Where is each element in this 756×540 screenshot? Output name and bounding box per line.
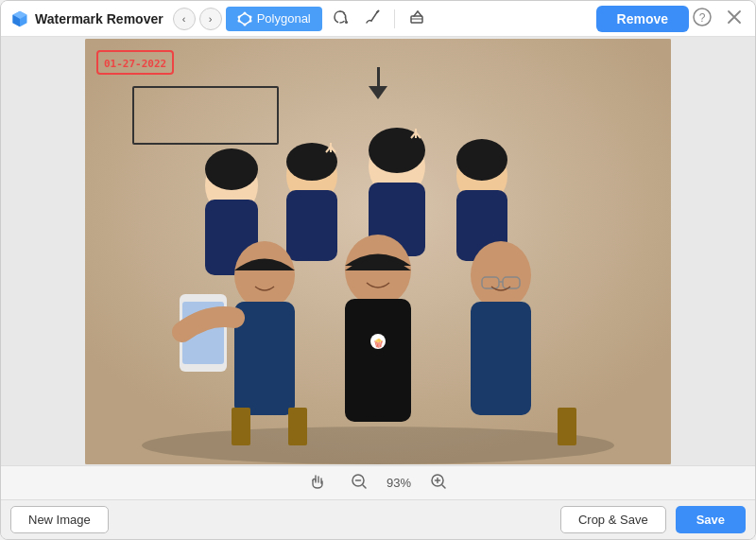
svg-point-32: [471, 241, 531, 309]
help-button[interactable]: ?: [689, 4, 715, 34]
footer-right-actions: Crop & Save Save: [560, 506, 746, 533]
erase-icon: [408, 9, 425, 26]
hand-icon: [309, 473, 326, 490]
svg-point-2: [249, 15, 251, 18]
svg-point-1: [243, 11, 246, 14]
hand-tool-button[interactable]: [303, 471, 332, 496]
nav-back-button[interactable]: ‹: [173, 8, 196, 30]
svg-point-4: [243, 23, 246, 26]
selection-rectangle: [132, 86, 279, 145]
zoom-in-button[interactable]: [424, 471, 453, 496]
arrow-head: [369, 86, 387, 99]
zoom-out-icon: [351, 473, 368, 490]
toolbar: Polygonal: [226, 5, 589, 33]
photo-background: 🍿 01-27-2022: [85, 39, 671, 464]
direction-arrow-icon: [369, 67, 387, 99]
main-canvas-area: 🍿 01-27-2022: [1, 37, 755, 465]
svg-point-26: [234, 241, 295, 309]
app-logo-icon: [10, 9, 29, 28]
svg-rect-18: [286, 190, 337, 261]
polygonal-icon: [237, 11, 252, 26]
watermark-box: 01-27-2022: [96, 50, 174, 75]
svg-rect-33: [471, 302, 531, 415]
zoom-level: 93%: [387, 476, 411, 490]
svg-rect-42: [232, 408, 250, 445]
svg-point-5: [237, 19, 240, 22]
svg-point-3: [249, 19, 251, 22]
save-button[interactable]: Save: [676, 506, 746, 533]
lasso-tool-button[interactable]: [326, 5, 354, 33]
lasso-icon: [332, 9, 349, 26]
polygonal-tool-button[interactable]: Polygonal: [226, 7, 322, 31]
title-bar: Watermark Remover ‹ › Polygonal: [1, 1, 755, 37]
svg-point-13: [142, 427, 614, 464]
svg-point-16: [205, 148, 258, 190]
footer-bar: New Image Crop & Save Save: [1, 499, 755, 539]
brush-icon: [364, 9, 381, 26]
nav-forward-button[interactable]: ›: [199, 8, 222, 30]
polygonal-label: Polygonal: [257, 11, 311, 26]
svg-rect-44: [558, 408, 576, 445]
app-title: Watermark Remover: [35, 11, 163, 26]
svg-rect-43: [288, 408, 307, 445]
svg-text:🍿: 🍿: [373, 338, 385, 349]
watermark-text: 01-27-2022: [104, 58, 166, 70]
remove-button[interactable]: Remove: [596, 6, 689, 32]
svg-point-7: [345, 21, 348, 24]
svg-rect-31: [345, 299, 411, 422]
svg-point-25: [456, 139, 507, 181]
crop-save-button[interactable]: Crop & Save: [560, 506, 666, 533]
zoom-out-button[interactable]: [345, 471, 373, 496]
close-icon: [727, 9, 742, 25]
toolbar-right: ?: [689, 4, 746, 34]
brush-tool-button[interactable]: [358, 5, 387, 33]
zoom-in-icon: [430, 473, 447, 490]
erase-tool-button[interactable]: [403, 5, 431, 33]
svg-point-6: [237, 15, 240, 18]
help-icon: ?: [693, 8, 712, 26]
close-button[interactable]: [723, 6, 746, 32]
svg-text:?: ?: [699, 11, 706, 25]
svg-marker-0: [239, 13, 250, 25]
image-canvas[interactable]: 🍿 01-27-2022: [85, 39, 671, 464]
new-image-button[interactable]: New Image: [10, 506, 109, 533]
toolbar-divider: [394, 9, 395, 28]
arrow-shaft: [377, 67, 380, 86]
status-bar: 93%: [1, 465, 755, 499]
